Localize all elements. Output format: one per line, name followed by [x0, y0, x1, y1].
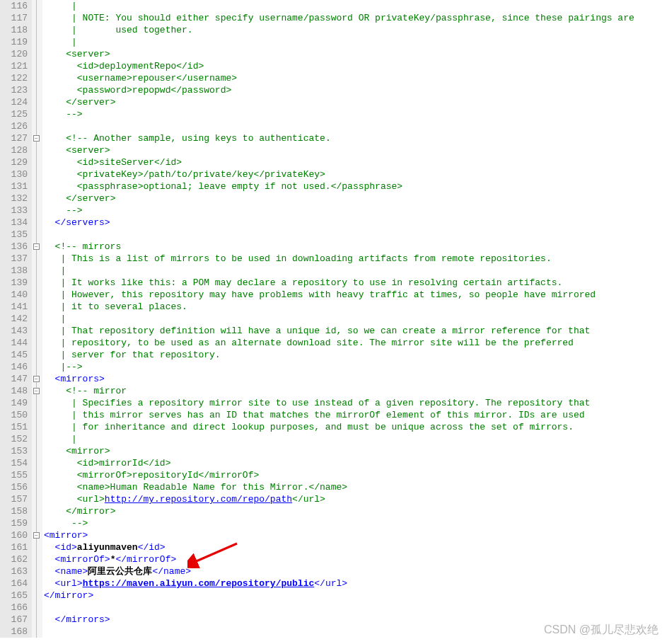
- line-number: 155: [0, 469, 28, 481]
- code-line: <id>deploymentRepo</id>: [44, 60, 667, 72]
- line-number: 130: [0, 168, 28, 180]
- code-line: <!-- mirror: [44, 385, 667, 397]
- code-line: [44, 229, 667, 241]
- line-number: 144: [0, 337, 28, 349]
- line-number: 149: [0, 397, 28, 409]
- line-number: 127: [0, 132, 28, 144]
- line-number: 167: [0, 614, 28, 626]
- code-line: | However, this repository may have prob…: [44, 289, 667, 301]
- line-number: 128: [0, 144, 28, 156]
- line-number: 117: [0, 12, 28, 24]
- code-line: |: [44, 36, 667, 48]
- code-line: <id>aliyunmaven</id>: [44, 541, 667, 553]
- line-number: 132: [0, 192, 28, 205]
- line-number: 146: [0, 361, 28, 373]
- line-number: 126: [0, 120, 28, 132]
- code-line: | Specifies a repository mirror site to …: [44, 397, 667, 409]
- line-number: 152: [0, 433, 28, 445]
- fold-toggle[interactable]: −: [33, 532, 40, 539]
- code-line: | repository, to be used as an alternate…: [44, 337, 667, 349]
- line-number: 116: [0, 0, 28, 12]
- code-line: <password>repopwd</password>: [44, 84, 667, 96]
- code-line: <mirrorOf>*</mirrorOf>: [44, 553, 667, 565]
- line-number: 139: [0, 277, 28, 289]
- code-line: | used together.: [44, 24, 667, 36]
- fold-toggle[interactable]: −: [33, 376, 40, 382]
- line-number: 162: [0, 553, 28, 565]
- code-line: </server>: [44, 96, 667, 108]
- code-line: [44, 626, 667, 638]
- line-number: 123: [0, 84, 28, 96]
- code-line: </server>: [44, 192, 667, 205]
- line-number: 122: [0, 72, 28, 84]
- line-number: 134: [0, 217, 28, 229]
- line-number: 124: [0, 96, 28, 108]
- code-line: |: [44, 0, 667, 12]
- code-area[interactable]: | | NOTE: You should either specify user…: [42, 0, 667, 638]
- code-line: <mirrors>: [44, 373, 667, 385]
- line-number: 137: [0, 253, 28, 265]
- code-line: <username>repouser</username>: [44, 72, 667, 84]
- fold-toggle[interactable]: −: [33, 243, 40, 250]
- code-line: <mirror>: [44, 445, 667, 457]
- code-line: | this mirror serves has an ID that matc…: [44, 409, 667, 421]
- fold-column[interactable]: −−−−−: [32, 0, 42, 638]
- code-line: </mirror>: [44, 590, 667, 602]
- code-line: <name>阿里云公共仓库</name>: [44, 565, 667, 577]
- line-number: 129: [0, 156, 28, 168]
- code-line: [44, 120, 667, 132]
- line-number: 158: [0, 505, 28, 517]
- line-number: 157: [0, 493, 28, 505]
- line-number: 153: [0, 445, 28, 457]
- line-number: 166: [0, 602, 28, 614]
- line-number: 163: [0, 565, 28, 577]
- code-line: <server>: [44, 48, 667, 60]
- line-number: 142: [0, 313, 28, 325]
- code-line: <name>Human Readable Name for this Mirro…: [44, 481, 667, 493]
- line-number: 118: [0, 24, 28, 36]
- line-number: 135: [0, 229, 28, 241]
- code-line: -->: [44, 205, 667, 217]
- line-number: 148: [0, 385, 28, 397]
- line-number: 133: [0, 205, 28, 217]
- code-line: |: [44, 265, 667, 277]
- fold-toggle[interactable]: −: [33, 388, 40, 394]
- code-line: | for inheritance and direct lookup purp…: [44, 421, 667, 433]
- line-number: 125: [0, 108, 28, 120]
- code-line: <passphrase>optional; leave empty if not…: [44, 180, 667, 192]
- fold-toggle[interactable]: −: [33, 135, 40, 142]
- line-number: 138: [0, 265, 28, 277]
- code-line: [44, 602, 667, 614]
- line-number: 120: [0, 48, 28, 60]
- line-number: 160: [0, 529, 28, 541]
- line-number: 151: [0, 421, 28, 433]
- code-line: | That repository definition will have a…: [44, 325, 667, 337]
- code-line: <url>http://my.repository.com/repo/path<…: [44, 493, 667, 505]
- code-line: </mirrors>: [44, 614, 667, 626]
- code-line: | it to several places.: [44, 301, 667, 313]
- code-line: <privateKey>/path/to/private/key</privat…: [44, 168, 667, 180]
- line-number: 156: [0, 481, 28, 493]
- line-number: 168: [0, 626, 28, 638]
- code-line: <id>mirrorId</id>: [44, 457, 667, 469]
- line-number: 145: [0, 349, 28, 361]
- line-number: 131: [0, 180, 28, 192]
- line-number: 136: [0, 241, 28, 253]
- code-line: |: [44, 313, 667, 325]
- code-line: <url>https://maven.aliyun.com/repository…: [44, 577, 667, 590]
- code-line: -->: [44, 517, 667, 529]
- code-line: <!-- mirrors: [44, 241, 667, 253]
- code-editor[interactable]: 1161171181191201211221231241251261271281…: [0, 0, 667, 638]
- line-number: 143: [0, 325, 28, 337]
- line-number: 150: [0, 409, 28, 421]
- code-line: </mirror>: [44, 505, 667, 517]
- line-number-gutter: 1161171181191201211221231241251261271281…: [0, 0, 32, 638]
- line-number: 159: [0, 517, 28, 529]
- code-line: | This is a list of mirrors to be used i…: [44, 253, 667, 265]
- code-line: | NOTE: You should either specify userna…: [44, 12, 667, 24]
- code-line: <server>: [44, 144, 667, 156]
- line-number: 165: [0, 590, 28, 602]
- code-line: |-->: [44, 361, 667, 373]
- line-number: 164: [0, 577, 28, 590]
- code-line: <mirror>: [44, 529, 667, 541]
